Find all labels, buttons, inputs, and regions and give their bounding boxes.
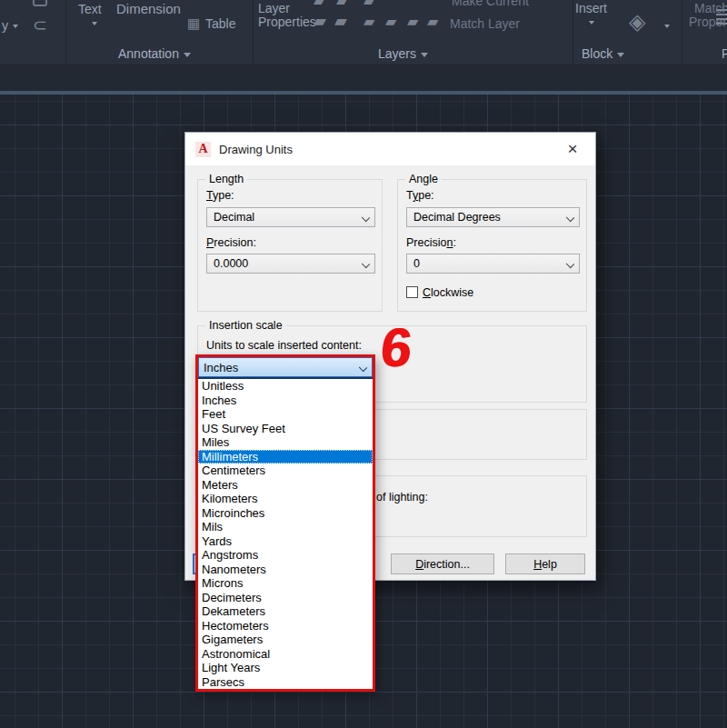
angle-type-combobox[interactable]: Decimal Degrees xyxy=(406,207,580,227)
unit-list-item[interactable]: Centimeters xyxy=(198,464,373,478)
unit-list-item[interactable]: Meters xyxy=(198,478,373,493)
length-type-label: Type: xyxy=(206,189,234,202)
unit-list-item[interactable]: Millimeters xyxy=(198,450,373,464)
length-group-label: Length xyxy=(205,173,247,185)
unit-list-item[interactable]: Mils xyxy=(198,520,373,534)
unit-list-item[interactable]: Decimeters xyxy=(198,591,373,605)
dialog-title: Drawing Units xyxy=(219,143,293,156)
chevron-down-icon xyxy=(566,214,574,222)
match-properties-icon[interactable] xyxy=(716,9,727,11)
insertion-units-list: UnitlessInchesFeetUS Survey FeetMilesMil… xyxy=(198,379,373,689)
layer-lock-icon[interactable]: ▰ xyxy=(385,13,396,30)
angle-precision-combobox[interactable]: 0 xyxy=(406,254,580,274)
length-type-combobox[interactable]: Decimal xyxy=(206,207,375,227)
unit-list-item[interactable]: Microns xyxy=(198,576,373,591)
lighting-units-label-fragment: of lighting: xyxy=(376,491,428,504)
insertion-units-dropdown-highlight: Inches UnitlessInchesFeetUS Survey FeetM… xyxy=(195,354,375,692)
unit-list-item[interactable]: Gigameters xyxy=(198,633,373,647)
length-group: Length Type: Decimal Precision: 0.0000 xyxy=(197,179,383,312)
help-button[interactable]: Help xyxy=(505,553,585,574)
unit-list-item[interactable]: Angstroms xyxy=(198,548,373,563)
layer-stack-icon[interactable]: ▰ xyxy=(314,11,326,31)
insert-caret-icon[interactable] xyxy=(589,21,594,25)
angle-group-label: Angle xyxy=(405,173,442,185)
clockwise-label: Clockwise xyxy=(423,286,473,299)
unit-list-item[interactable]: Kilometers xyxy=(198,492,373,506)
units-to-scale-label: Units to scale inserted content: xyxy=(206,339,362,352)
text-caret-icon[interactable] xyxy=(92,22,97,25)
unit-list-item[interactable]: US Survey Feet xyxy=(198,422,373,436)
block-edit-icon[interactable]: ◈ xyxy=(629,9,645,35)
chevron-down-icon xyxy=(359,364,367,372)
chevron-down-icon xyxy=(566,260,574,268)
clipped-tool-label[interactable]: y xyxy=(2,18,18,33)
angle-group: Angle Type: Decimal Degrees Precision: 0… xyxy=(397,179,587,312)
layer-properties-button[interactable]: LayerProperties xyxy=(258,2,316,29)
unit-list-item[interactable]: Astronomical xyxy=(198,647,373,662)
insertion-scale-group-label: Insertion scale xyxy=(205,319,286,332)
unit-list-item[interactable]: Yards xyxy=(198,534,373,549)
clipped-layer-icon[interactable]: ▰ xyxy=(336,0,347,9)
chevron-down-icon xyxy=(362,260,370,268)
dimension-button[interactable]: Dimension xyxy=(116,1,181,16)
layer-freeze-icon[interactable]: ▰ xyxy=(364,13,374,30)
unit-list-item[interactable]: Dekameters xyxy=(198,604,373,619)
unit-list-item[interactable]: Inches xyxy=(198,394,373,408)
text-button[interactable]: Text xyxy=(78,2,102,16)
unit-list-item[interactable]: Unitless xyxy=(198,379,373,394)
direction-button[interactable]: Direction... xyxy=(391,553,494,574)
length-precision-label: Precision: xyxy=(206,236,256,249)
clipped-layer-icon[interactable]: ▰ xyxy=(364,0,374,9)
insertion-units-combobox[interactable]: Inches xyxy=(198,357,373,377)
unit-list-item[interactable]: Miles xyxy=(198,435,373,450)
dialog-titlebar[interactable]: A Drawing Units × xyxy=(185,133,595,165)
layers-panel-label[interactable]: Layers xyxy=(378,46,428,61)
match-layer-icon[interactable]: ▰ xyxy=(427,13,438,30)
clipped-layer-icon[interactable]: ▰ xyxy=(314,0,324,9)
chevron-down-icon xyxy=(362,214,370,222)
make-current-button[interactable]: Make Current xyxy=(452,0,529,8)
unit-list-item[interactable]: Light Years xyxy=(198,661,373,675)
length-precision-combobox[interactable]: 0.0000 xyxy=(206,254,375,274)
autocad-logo-icon: A xyxy=(195,142,211,157)
angle-type-label: Type: xyxy=(406,189,434,202)
ribbon: y ⊂ Text Dimension ▦ Table Annotation La… xyxy=(0,0,727,65)
layer-unlock-icon[interactable]: ▰ xyxy=(407,13,418,30)
insert-button[interactable]: Insert xyxy=(575,1,607,15)
unit-list-item[interactable]: Nanometers xyxy=(198,563,373,577)
table-button[interactable]: Table xyxy=(205,16,235,31)
table-icon[interactable]: ▦ xyxy=(187,15,200,32)
unit-list-item[interactable]: Microinches xyxy=(198,506,373,521)
unit-list-item[interactable]: Hectometers xyxy=(198,619,373,633)
match-properties-button[interactable]: MatchProperties xyxy=(694,2,727,29)
revision-cloud-icon[interactable]: ⊂ xyxy=(33,15,47,35)
angle-precision-label: Precision: xyxy=(406,236,456,249)
close-icon[interactable]: × xyxy=(561,137,584,161)
clipped-tool-icon xyxy=(33,0,47,6)
clockwise-checkbox[interactable] xyxy=(406,286,418,298)
block-caret-icon[interactable] xyxy=(664,25,670,28)
unit-list-item[interactable]: Parsecs xyxy=(198,675,373,690)
annotation-panel-label[interactable]: Annotation xyxy=(118,46,191,61)
match-layer-button[interactable]: Match Layer xyxy=(450,16,520,31)
block-panel-label[interactable]: Block xyxy=(582,46,624,61)
unit-list-item[interactable]: Feet xyxy=(198,407,373,422)
properties-panel-label[interactable]: P xyxy=(722,46,727,61)
layer-stack-icon[interactable]: ▰ xyxy=(334,11,347,31)
